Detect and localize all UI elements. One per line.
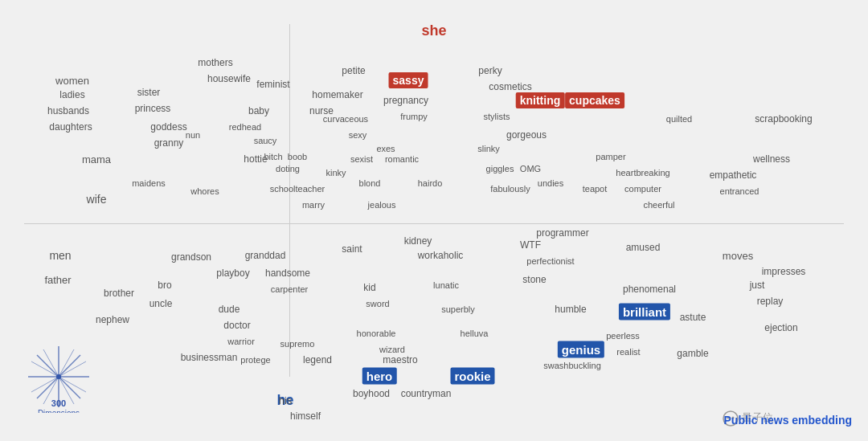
word-item: blond: [359, 178, 381, 188]
word-item: sword: [366, 299, 389, 308]
word-item: honorable: [357, 329, 396, 338]
word-item: uncle: [149, 298, 173, 309]
word-item: granny: [154, 137, 184, 149]
word-item: peerless: [606, 331, 640, 341]
word-item: entranced: [720, 186, 760, 196]
word-item: OMG: [520, 164, 541, 174]
word-item: fabulously: [490, 184, 530, 194]
dimensions-decoration: 300 Dimensions: [23, 341, 95, 413]
word-item: kinky: [326, 168, 346, 178]
word-item: baby: [248, 105, 269, 116]
word-item: astute: [680, 312, 706, 323]
word-item: workaholic: [418, 250, 464, 261]
svg-text:Dimensions: Dimensions: [38, 409, 80, 413]
word-item: brilliant: [619, 304, 670, 321]
word-item: just: [750, 280, 765, 291]
word-item: himself: [290, 410, 321, 422]
word-item: businessman: [181, 352, 238, 363]
word-item: redhead: [229, 122, 261, 132]
word-item: quilted: [666, 114, 692, 124]
word-item: dude: [219, 304, 240, 315]
svg-line-3: [59, 377, 80, 398]
word-item: nun: [186, 130, 200, 140]
word-item: impresses: [762, 266, 806, 277]
word-item: replay: [757, 296, 784, 307]
word-item: petite: [342, 65, 365, 76]
word-item: heartbreaking: [616, 168, 669, 178]
word-item: gorgeous: [506, 129, 547, 141]
word-item: saucy: [254, 136, 277, 145]
word-item: programmer: [536, 227, 588, 239]
word-item: perky: [478, 65, 502, 76]
word-item: mothers: [198, 57, 232, 68]
word-item: lunatic: [433, 280, 459, 290]
word-item: bro: [158, 280, 171, 291]
word-item: WTF: [520, 239, 541, 251]
word-item: boyhood: [353, 388, 390, 399]
word-item: swashbuckling: [543, 361, 601, 370]
word-item: doting: [276, 164, 300, 174]
public-news-label: Public news embedding: [724, 414, 852, 427]
word-item: sexist: [350, 154, 373, 164]
word-item: granddad: [245, 250, 286, 261]
word-item: kid: [363, 282, 375, 293]
word-item: jealous: [368, 200, 396, 210]
word-item: playboy: [216, 267, 249, 279]
word-item: sassy: [389, 72, 428, 88]
word-item: undies: [538, 178, 563, 188]
word-item: curvaceous: [323, 114, 368, 124]
word-item: romantic: [385, 154, 419, 164]
word-item: teapot: [583, 184, 608, 194]
word-item: kidney: [404, 235, 432, 247]
word-item: realist: [616, 347, 640, 357]
word-item: humble: [555, 304, 586, 315]
svg-text:300: 300: [51, 398, 66, 408]
word-item: stone: [522, 274, 546, 285]
word-item: homemaker: [312, 89, 362, 100]
svg-point-16: [56, 374, 61, 379]
word-item: cupcakes: [565, 92, 624, 108]
word-item: marry: [302, 200, 325, 210]
word-item: men: [49, 249, 71, 262]
word-item: cheerful: [643, 200, 674, 210]
word-item: princess: [135, 103, 171, 114]
word-item: stylists: [484, 112, 510, 121]
word-item: rookie: [450, 368, 494, 385]
word-item: perfectionist: [526, 256, 574, 266]
svg-line-1: [59, 355, 80, 377]
word-item: phenomenal: [623, 284, 676, 295]
word-item: pregnancy: [383, 95, 428, 106]
vertical-axis: [289, 24, 290, 377]
word-item: frumpy: [400, 112, 428, 121]
word-item: knitting: [516, 92, 565, 108]
word-item: maidens: [132, 178, 166, 188]
word-item: feminist: [256, 79, 289, 90]
word-item: helluva: [461, 329, 489, 338]
word-item: cosmetics: [489, 81, 531, 92]
word-item: superbly: [441, 304, 475, 314]
word-item: gamble: [677, 348, 708, 359]
word-item: genius: [558, 341, 604, 358]
word-item: carpenter: [271, 284, 308, 294]
word-item: exes: [376, 144, 395, 153]
word-item: sister: [137, 87, 161, 98]
word-item: housewife: [207, 73, 251, 84]
word-item: wizard: [379, 345, 405, 354]
svg-line-5: [37, 377, 59, 398]
she-label: she: [421, 22, 446, 39]
word-item: supremo: [280, 339, 315, 349]
word-item: daughters: [49, 121, 92, 133]
word-item: giggles: [486, 164, 514, 174]
word-item: handsome: [265, 267, 310, 279]
horizontal-axis: [24, 223, 844, 224]
word-item: slinky: [477, 144, 500, 153]
word-item: doctor: [223, 320, 250, 331]
word-item: nephew: [96, 314, 129, 325]
word-item: moves: [723, 250, 753, 262]
word-item: husbands: [47, 105, 89, 116]
word-item: maestro: [383, 354, 417, 365]
word-item: goddess: [150, 121, 186, 133]
word-item: computer: [624, 184, 661, 194]
word-item: whores: [190, 186, 219, 196]
word-item: brother: [104, 288, 134, 299]
